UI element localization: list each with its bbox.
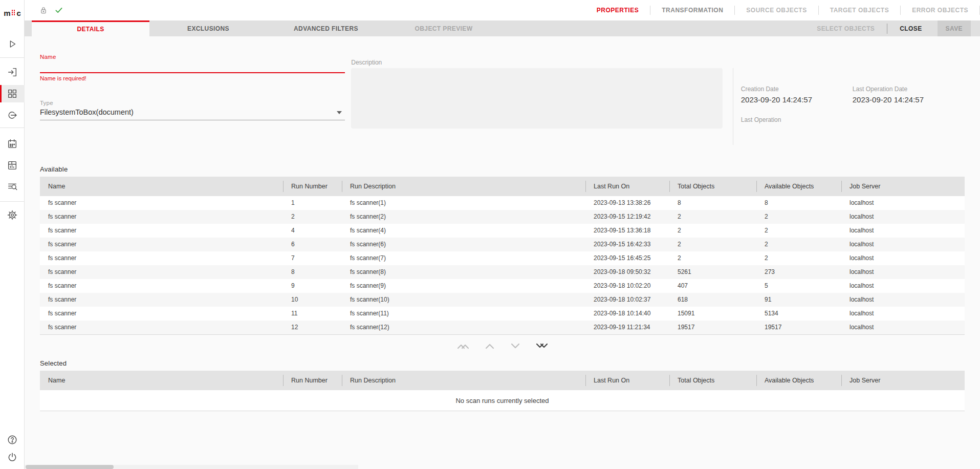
save-button[interactable]: SAVE — [938, 20, 971, 36]
table-row[interactable]: fs scanner 7 fs scanner(7) 2023-09-15 16… — [40, 251, 965, 265]
import-icon — [7, 67, 18, 78]
cell-name: fs scanner — [40, 293, 283, 307]
col-header-available-objects: Available Objects — [756, 177, 841, 196]
last-operation-date-label: Last Operation Date — [853, 86, 965, 93]
play-icon — [7, 38, 18, 50]
name-input[interactable] — [40, 60, 345, 73]
form-divider — [733, 68, 733, 145]
sidebar-item-run[interactable] — [0, 35, 25, 53]
sidebar-divider — [0, 201, 25, 202]
cell-job-server: localhost — [841, 210, 965, 224]
chevron-down-icon — [510, 342, 521, 350]
select-objects-button[interactable]: SELECT OBJECTS — [804, 25, 887, 32]
cell-available-objects: 8 — [756, 196, 841, 210]
last-operation-group: Last Operation — [741, 116, 965, 123]
move-all-down-button[interactable] — [533, 341, 551, 351]
top-bar: PROPERTIES TRANSFORMATION SOURCE OBJECTS… — [25, 0, 980, 20]
tab-object-preview[interactable]: OBJECT PREVIEW — [385, 20, 503, 36]
cell-run-description: fs scanner(12) — [342, 321, 585, 334]
cell-job-server: localhost — [841, 279, 965, 293]
cell-available-objects: 19517 — [756, 321, 841, 334]
creation-date-group: Creation Date 2023-09-20 14:24:57 — [741, 86, 853, 104]
type-select[interactable]: Type FilesystemToBox(document) — [40, 100, 345, 120]
col-header-job-server: Job Server — [841, 371, 965, 390]
sidebar-item-migration-sets[interactable] — [0, 85, 25, 102]
move-down-button[interactable] — [508, 341, 523, 351]
logo-letter-c: c — [17, 9, 21, 17]
tab-details[interactable]: DETAILS — [32, 20, 149, 36]
table-row[interactable]: fs scanner 8 fs scanner(8) 2023-09-18 09… — [40, 265, 965, 279]
cell-name: fs scanner — [40, 238, 283, 251]
details-panel: Name Name is required! Type FilesystemTo… — [25, 36, 980, 469]
horizontal-scrollbar-thumb[interactable] — [26, 465, 114, 469]
gear-icon — [7, 209, 18, 221]
cell-name: fs scanner — [40, 196, 283, 210]
search-list-icon — [7, 181, 18, 192]
last-operation-date-value: 2023-09-20 14:24:57 — [853, 95, 965, 104]
cell-run-number: 10 — [283, 293, 342, 307]
available-title: Available — [40, 165, 965, 173]
cell-last-run-on: 2023-09-15 16:42:33 — [585, 238, 669, 251]
col-header-run-number: Run Number — [283, 177, 342, 196]
nav-item-error-objects[interactable]: ERROR OBJECTS — [901, 7, 979, 14]
table-row[interactable]: fs scanner 1 fs scanner(1) 2023-09-13 13… — [40, 196, 965, 210]
sidebar-item-logout[interactable] — [0, 449, 25, 466]
cell-total-objects: 2 — [669, 224, 756, 238]
sidebar-item-object-search[interactable] — [0, 178, 25, 195]
sidebar-item-scheduler[interactable] — [0, 135, 25, 153]
selected-title: Selected — [40, 359, 965, 367]
cell-run-number: 6 — [283, 238, 342, 251]
close-button[interactable]: CLOSE — [887, 25, 934, 32]
nav-item-target-objects[interactable]: TARGET OBJECTS — [819, 7, 900, 14]
logo-dots — [12, 10, 16, 16]
name-error: Name is required! — [40, 75, 345, 81]
table-row[interactable]: fs scanner 2 fs scanner(2) 2023-09-15 12… — [40, 210, 965, 224]
help-icon — [7, 434, 18, 445]
move-all-up-button[interactable] — [454, 341, 472, 351]
description-textarea[interactable] — [351, 68, 722, 129]
sidebar-item-importers[interactable] — [0, 106, 25, 124]
sidebar-item-scanners[interactable] — [0, 63, 25, 81]
nav-item-properties[interactable]: PROPERTIES — [585, 7, 650, 14]
table-row[interactable]: fs scanner 6 fs scanner(6) 2023-09-15 16… — [40, 238, 965, 251]
sidebar-item-settings[interactable] — [0, 206, 25, 224]
tab-actions: SELECT OBJECTS CLOSE SAVE — [804, 20, 980, 36]
table-row[interactable]: fs scanner 4 fs scanner(4) 2023-09-15 13… — [40, 224, 965, 238]
table-row[interactable]: fs scanner 10 fs scanner(10) 2023-09-18 … — [40, 293, 965, 307]
cell-run-description: fs scanner(4) — [342, 224, 585, 238]
logo-letter-m: m — [4, 9, 10, 17]
tab-exclusions[interactable]: EXCLUSIONS — [149, 20, 267, 36]
sidebar-item-help[interactable] — [0, 431, 25, 449]
table-row[interactable]: fs scanner 12 fs scanner(12) 2023-09-19 … — [40, 321, 965, 334]
cell-run-description: fs scanner(1) — [342, 196, 585, 210]
cell-last-run-on: 2023-09-15 12:19:42 — [585, 210, 669, 224]
last-operation-label: Last Operation — [741, 116, 965, 123]
cell-total-objects: 5261 — [669, 265, 756, 279]
description-label: Description — [351, 59, 722, 66]
cell-last-run-on: 2023-09-18 10:14:40 — [585, 307, 669, 321]
chevron-down-icon — [337, 111, 342, 114]
chevron-double-up-icon — [456, 342, 470, 350]
tab-advanced-filters[interactable]: ADVANCED FILTERS — [267, 20, 385, 36]
properties-form: Name Name is required! Type FilesystemTo… — [40, 54, 965, 145]
selected-empty-message: No scan runs currently selected — [40, 390, 965, 411]
move-up-button[interactable] — [482, 341, 497, 351]
chevron-double-down-icon — [535, 342, 549, 350]
top-nav: PROPERTIES TRANSFORMATION SOURCE OBJECTS… — [585, 0, 980, 20]
col-header-name: Name — [40, 177, 283, 196]
nav-item-transformation[interactable]: TRANSFORMATION — [650, 7, 734, 14]
tab-bar: DETAILS EXCLUSIONS ADVANCED FILTERS OBJE… — [25, 20, 980, 36]
sidebar-item-dashboard[interactable] — [0, 157, 25, 174]
cell-last-run-on: 2023-09-19 11:21:34 — [585, 321, 669, 334]
table-row[interactable]: fs scanner 9 fs scanner(9) 2023-09-18 10… — [40, 279, 965, 293]
cell-last-run-on: 2023-09-15 16:45:25 — [585, 251, 669, 265]
cell-available-objects: 2 — [756, 210, 841, 224]
table-row[interactable]: fs scanner 11 fs scanner(11) 2023-09-18 … — [40, 307, 965, 321]
cell-available-objects: 2 — [756, 251, 841, 265]
cell-job-server: localhost — [841, 224, 965, 238]
chevron-up-icon — [484, 342, 495, 350]
last-operation-date-group: Last Operation Date 2023-09-20 14:24:57 — [853, 86, 965, 104]
nav-item-source-objects[interactable]: SOURCE OBJECTS — [735, 7, 818, 14]
col-header-total-objects: Total Objects — [669, 177, 756, 196]
check-icon — [54, 6, 63, 15]
